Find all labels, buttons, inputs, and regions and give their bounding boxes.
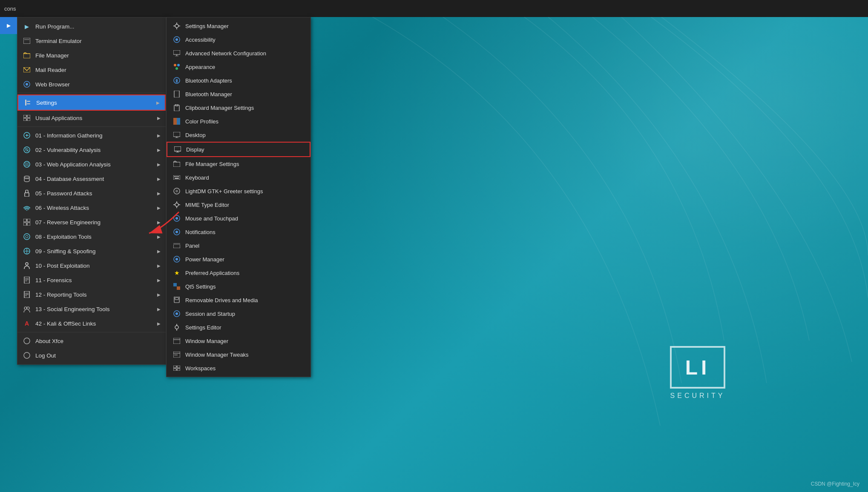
menu-item-window-manager[interactable]: Window Manager	[167, 334, 310, 348]
appearance-icon	[172, 63, 181, 71]
menu-item-wireless[interactable]: 06 - Wireless Attacks ▶	[17, 200, 166, 215]
topbar-title: cons	[4, 6, 16, 12]
menu-item-sniff[interactable]: 09 - Sniffing & Spoofing ▶	[17, 244, 166, 258]
menu-item-reporting[interactable]: 12 - Reporting Tools ▶	[17, 287, 166, 302]
svg-point-33	[26, 235, 28, 238]
svg-rect-71	[174, 146, 181, 151]
menu-item-db-assessment[interactable]: 04 - Database Assessment ▶	[17, 172, 166, 186]
menu-item-web-app[interactable]: 03 - Web Application Analysis ▶	[17, 157, 166, 172]
menu-item-accessibility[interactable]: Accessibility	[167, 33, 310, 46]
menu-item-color-profiles[interactable]: Color Profiles	[167, 114, 310, 128]
menu-item-password[interactable]: 05 - Password Attacks ▶	[17, 186, 166, 200]
menu-item-power[interactable]: Power Manager	[167, 252, 310, 266]
menu-label-desktop: Desktop	[185, 132, 206, 138]
menu-item-notifications[interactable]: Notifications	[167, 225, 310, 239]
menu-item-vuln-analysis[interactable]: 02 - Vulnerability Analysis ▶	[17, 143, 166, 157]
svg-rect-29	[27, 219, 30, 222]
menu-label-logout: Log Out	[35, 352, 56, 359]
svg-rect-77	[175, 176, 176, 177]
svg-point-102	[175, 326, 178, 329]
menu-label-window-manager: Window Manager	[185, 338, 228, 344]
menu-item-clipboard[interactable]: Clipboard Manager Settings	[167, 101, 310, 114]
menu-item-settings-manager[interactable]: Settings Manager	[167, 19, 310, 33]
menu-label-terminal: Terminal Emulator	[35, 38, 82, 44]
menu-label-mime: MIME Type Editor	[185, 202, 229, 208]
menu-item-removable[interactable]: Removable Drives and Media	[167, 293, 310, 307]
menu-item-kali[interactable]: A 42 - Kali & OffSec Links ▶	[17, 316, 166, 331]
menu-item-bluetooth-manager[interactable]: Bluetooth Manager	[167, 87, 310, 101]
menu-item-terminal[interactable]: Terminal Emulator	[17, 34, 166, 48]
menu-item-info-gathering[interactable]: 01 - Information Gathering ▶	[17, 128, 166, 143]
menu-item-desktop[interactable]: Desktop	[167, 128, 310, 142]
menu-label-post-exploit: 10 - Post Exploitation	[35, 263, 90, 269]
menu-item-appearance[interactable]: Appearance	[167, 60, 310, 74]
mail-icon	[23, 66, 31, 74]
menu-item-panel[interactable]: Panel	[167, 239, 310, 252]
svg-rect-10	[23, 115, 26, 117]
keyboard-icon	[172, 173, 181, 182]
menu-label-settings: Settings	[36, 100, 57, 106]
menu-item-web-browser[interactable]: Web Browser	[17, 77, 166, 92]
menu-item-lightdm[interactable]: LightDM GTK+ Greeter settings	[167, 184, 310, 198]
menu-item-post-exploit[interactable]: 10 - Post Exploitation ▶	[17, 258, 166, 273]
menu-label-social: 13 - Social Engineering Tools	[35, 306, 110, 312]
svg-rect-75	[173, 175, 180, 180]
menu-label-sniff: 09 - Sniffing & Spoofing	[35, 248, 96, 255]
menu-label-reverse: 07 - Reverse Engineering	[35, 219, 101, 226]
menu-item-usual-apps[interactable]: Usual Applications ▶	[17, 111, 166, 125]
post-arrow: ▶	[157, 263, 161, 268]
menu-item-settings[interactable]: Settings ▶	[17, 94, 166, 111]
menu-item-preferred-apps[interactable]: ★ Preferred Applications	[167, 266, 310, 280]
menu-item-run-program[interactable]: ▶ Run Program...	[17, 19, 166, 34]
file-manager-icon	[23, 51, 31, 60]
panel-icon	[172, 241, 181, 250]
menu-item-qt5[interactable]: Qt5 Settings	[167, 280, 310, 293]
svg-rect-56	[173, 50, 180, 54]
usual-apps-arrow: ▶	[157, 116, 161, 120]
menu-item-file-manager-settings[interactable]: File Manager Settings	[167, 157, 310, 171]
menu-item-session[interactable]: Session and Startup	[167, 307, 310, 320]
reverse-arrow: ▶	[157, 220, 161, 225]
menu-item-adv-network[interactable]: Advanced Network Configuration	[167, 46, 310, 60]
svg-point-48	[24, 352, 30, 358]
divider-1	[17, 93, 166, 93]
settings-arrow: ▶	[156, 100, 160, 105]
qt5-icon	[172, 282, 181, 291]
menu-item-reverse[interactable]: 07 - Reverse Engineering ▶	[17, 215, 166, 229]
menu-label-notifications: Notifications	[185, 229, 216, 235]
svg-rect-63	[174, 91, 179, 97]
wireless-arrow: ▶	[157, 206, 161, 210]
svg-point-59	[174, 64, 176, 66]
menu-item-social[interactable]: 13 - Social Engineering Tools ▶	[17, 302, 166, 316]
menu-item-logout[interactable]: Log Out	[17, 348, 166, 363]
menu-item-display[interactable]: Display	[167, 142, 310, 157]
menu-item-exploit[interactable]: 08 - Exploitation Tools ▶	[17, 229, 166, 244]
menu-label-preferred-apps: Preferred Applications	[185, 270, 239, 276]
kali-arrow: ▶	[157, 321, 161, 326]
preferred-apps-icon: ★	[172, 269, 181, 277]
menu-item-keyboard[interactable]: Keyboard	[167, 171, 310, 184]
menu-item-wm-tweaks[interactable]: Window Manager Tweaks	[167, 348, 310, 361]
menu-item-mouse[interactable]: Mouse and Touchpad	[167, 212, 310, 225]
svg-point-47	[24, 338, 30, 344]
report-icon	[23, 290, 31, 299]
menu-item-bluetooth-adapters[interactable]: Bluetooth Adapters	[167, 74, 310, 87]
menu-item-settings-editor[interactable]: Settings Editor	[167, 320, 310, 334]
menu-item-forensics[interactable]: 11 - Forensics ▶	[17, 273, 166, 287]
menu-item-workspaces[interactable]: Workspaces	[167, 361, 310, 375]
menu-item-mail-reader[interactable]: Mail Reader	[17, 63, 166, 77]
menu-item-about-xfce[interactable]: About Xfce	[17, 334, 166, 348]
menu-item-file-manager[interactable]: File Manager	[17, 48, 166, 63]
svg-rect-111	[177, 366, 180, 368]
menu-label-about-xfce: About Xfce	[35, 338, 63, 344]
svg-rect-93	[173, 243, 180, 245]
info-gathering-icon	[23, 131, 31, 140]
logo-letters: LI	[685, 356, 710, 379]
svg-rect-0	[23, 38, 30, 44]
menu-item-mime[interactable]: MIME Type Editor	[167, 198, 310, 212]
adv-network-icon	[172, 49, 181, 57]
start-button[interactable]: ▶	[0, 17, 17, 34]
workspaces-icon	[172, 364, 181, 372]
svg-rect-28	[23, 219, 26, 222]
svg-rect-31	[27, 223, 30, 226]
